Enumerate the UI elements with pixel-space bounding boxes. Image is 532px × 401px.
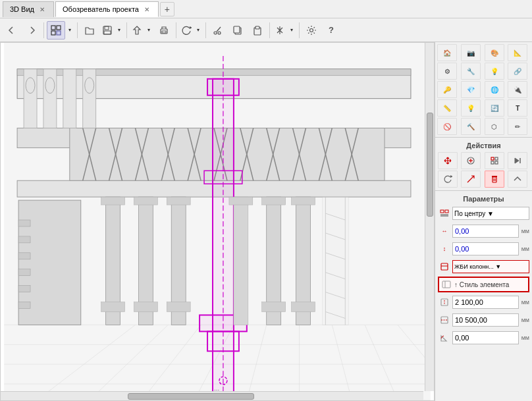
panel-icon-plug[interactable]: 🔌 [508,81,527,98]
param-angle-unit: мм [521,334,529,341]
param-h1-unit: мм [521,299,529,306]
param-row-x: ↔ мм [438,223,529,239]
param-h2-unit: мм [521,317,529,323]
svg-rect-72 [18,286,30,292]
rotate-split[interactable]: ▾ [179,21,203,40]
param-icon-y: ↕ [438,242,451,255]
svg-rect-82 [322,197,348,325]
right-panel: 🏠 📷 🎨 📐 ⚙ 🔧 💡 🔗 🔑 💎 🌐 🔌 📏 💡 🔄 T 🚫 🔨 ⬡ ✏ [435,42,532,401]
svg-point-17 [310,28,313,32]
svg-rect-97 [292,302,315,312]
svg-rect-96 [292,197,315,205]
param-h1-input[interactable] [452,296,519,309]
param-row-h1: мм [438,294,529,310]
actions-grid [438,152,529,188]
param-y-unit: мм [521,246,529,252]
delete-action-button[interactable] [485,171,504,188]
tab-close-icon[interactable]: ✕ [38,5,47,14]
panel-icon-no[interactable]: 🚫 [437,118,457,135]
scale-action-button[interactable] [461,171,481,188]
param-icon-align [438,207,451,220]
panel-icon-material[interactable]: 🎨 [485,44,504,61]
svg-rect-87 [134,197,157,205]
svg-rect-104 [213,79,234,394]
svg-rect-70 [18,253,30,259]
panel-icon-hex[interactable]: ⬡ [485,118,504,135]
rotate-action-button[interactable] [438,171,458,188]
viewport[interactable]: ··· [0,42,435,401]
param-icon-x: ↔ [438,225,451,238]
panel-icon-camera[interactable]: 📷 [461,44,481,61]
paste-button[interactable] [248,21,267,40]
param-row-style[interactable]: ↑ Стиль элемента [438,277,529,292]
export-split[interactable]: ▾ [130,21,153,40]
panel-icon-text[interactable]: T [508,99,527,117]
panel-icon-key[interactable]: 🔑 [437,81,457,98]
print-button[interactable] [155,21,173,40]
panel-icon-wrench[interactable]: 🔧 [461,63,481,80]
align-action-button[interactable] [485,152,504,169]
panel-icon-gear[interactable]: ⚙ [437,63,457,80]
svg-rect-107 [234,197,248,325]
svg-rect-62 [43,69,57,128]
tab-close-icon[interactable]: ✕ [142,5,151,14]
save-split[interactable]: ▾ [100,21,124,40]
panel-icon-gem[interactable]: 💎 [461,81,481,98]
tab-project-browser[interactable]: Обозреватель проекта ✕ [55,1,159,17]
svg-rect-93 [262,197,286,205]
svg-rect-69 [18,236,30,243]
help-button[interactable]: ? [322,21,340,40]
view-mode-button[interactable]: ▾ [47,21,74,40]
param-icon-style [440,278,453,291]
forward-button[interactable] [22,21,41,40]
svg-rect-64 [63,69,76,128]
actions-section: Действия [435,138,532,191]
panel-icon-pen[interactable]: ✏ [508,118,527,135]
panel-icon-home[interactable]: 🏠 [437,44,457,61]
param-type-value: ЖБИ колонн... ▼ [454,263,501,270]
tab-3d-view[interactable]: 3D Вид ✕ [3,1,54,17]
panel-icon-hammer[interactable]: 🔨 [461,118,481,135]
param-align-select[interactable]: По центру ▼ [452,207,529,220]
mirror-split[interactable]: ▾ [273,21,296,40]
panel-icon-light[interactable]: 💡 [485,63,504,80]
copy-button[interactable] [228,21,247,40]
param-h2-input[interactable] [452,313,519,327]
param-icon-angle [438,331,451,344]
panel-icon-refresh[interactable]: 🔄 [485,99,504,117]
horizontal-scrollbar[interactable] [1,391,423,400]
back-button[interactable] [3,21,21,40]
more-action-button[interactable] [508,171,527,188]
svg-rect-2 [51,31,55,35]
param-row-type: ЖБИ колонн... ▼ [438,259,529,275]
param-angle-input[interactable] [452,331,519,344]
panel-icon-measure[interactable]: 📐 [508,44,527,61]
svg-rect-14 [234,26,240,33]
param-x-input[interactable] [452,225,519,238]
panel-icon-globe[interactable]: 🌐 [485,81,504,98]
svg-point-12 [218,32,221,34]
title-bar: 3D Вид ✕ Обозреватель проекта ✕ + [0,0,532,18]
next-action-button[interactable] [508,152,527,169]
panel-icon-grid: 🏠 📷 🎨 📐 ⚙ 🔧 💡 🔗 🔑 💎 🌐 🔌 📏 💡 🔄 T 🚫 🔨 ⬡ ✏ [435,42,532,138]
move-action-button[interactable] [438,152,458,169]
param-type-select[interactable]: ЖБИ колонн... ▼ [452,260,529,273]
open-button[interactable] [80,21,99,40]
svg-rect-68 [18,220,30,227]
svg-rect-85 [101,302,125,312]
svg-rect-94 [262,302,286,312]
main-layout: ··· 🏠 📷 🎨 📐 ⚙ 🔧 💡 🔗 🔑 💎 🌐 🔌 [0,42,532,401]
vertical-scrollbar[interactable] [425,43,434,391]
panel-icon-link[interactable]: 🔗 [508,63,527,80]
svg-rect-122 [492,177,496,182]
param-x-unit: мм [521,228,529,234]
copy-action-button[interactable] [461,152,481,169]
svg-rect-91 [167,302,190,312]
settings-button[interactable] [302,21,321,40]
param-y-input[interactable] [452,242,519,255]
panel-icon-ruler[interactable]: 📏 [437,99,457,117]
panel-icon-lamp[interactable]: 💡 [461,99,481,117]
cut-button[interactable] [209,21,227,40]
param-align-value: По центру ▼ [454,210,494,217]
add-tab-button[interactable]: + [160,2,174,16]
